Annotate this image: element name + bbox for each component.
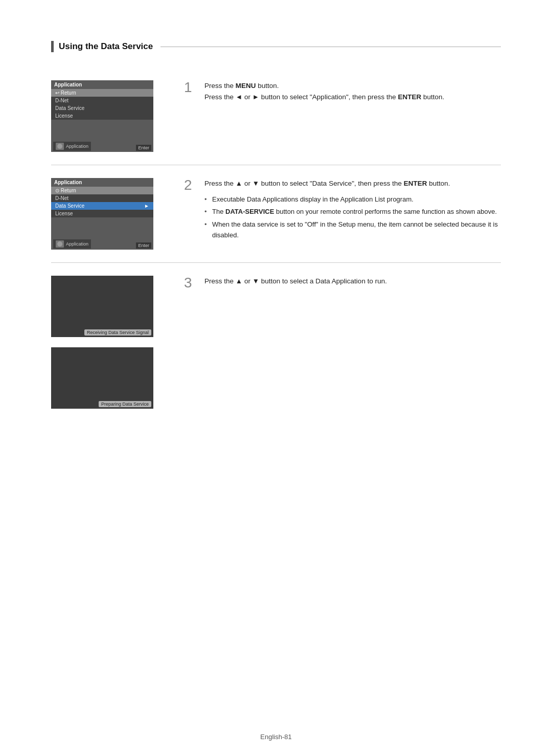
app-menu-2-footer: Application Enter <box>51 238 153 250</box>
step-1-number: 1 <box>184 80 194 95</box>
page-footer: English-81 <box>0 733 552 741</box>
data-service-bold: DATA-SERVICE <box>225 208 274 215</box>
step-3-number: 3 <box>184 276 194 290</box>
receiving-status: Receiving Data Service Signal <box>84 329 151 336</box>
dnet-label-2: D-Net <box>55 195 68 201</box>
license-label: License <box>55 113 73 119</box>
heading-line <box>160 47 501 47</box>
step-2-text: Press the ▲ or ▼ button to select "Data … <box>204 178 501 243</box>
section-title: Using the Data Service <box>59 41 153 52</box>
app-menu-1-header: Application <box>51 80 153 89</box>
step-2-bullets: Executable Data Applications display in … <box>204 194 501 241</box>
app-menu-1-item-dataservice: Data Service <box>51 104 153 112</box>
step-2-row: Application ⊙ Return D-Net Data Service … <box>51 165 501 263</box>
enter-label-2: Enter <box>136 242 151 249</box>
app-menu-2-item-license: License <box>51 210 153 217</box>
heading-bar <box>51 41 54 52</box>
app-menu-1: Application ↩ Return D-Net Data Service … <box>51 80 153 120</box>
app-menu-1-item-dnet: D-Net <box>51 97 153 104</box>
bullet-1: Executable Data Applications display in … <box>204 194 501 205</box>
step-1-content: 1 Press the MENU button. Press the ◄ or … <box>184 80 501 102</box>
app-menu-2-item-dnet: D-Net <box>51 194 153 202</box>
step-1-row: Application ↩ Return D-Net Data Service … <box>51 68 501 165</box>
enter-bold-1: ENTER <box>398 93 422 101</box>
step-3-row: Receiving Data Service Signal Preparing … <box>51 263 501 421</box>
step-3-screen-preparing: Preparing Data Service <box>51 347 153 409</box>
app-menu-2-item-return: ⊙ Return <box>51 187 153 194</box>
enter-label-1: Enter <box>136 145 151 151</box>
app-label-2: Application <box>66 241 88 247</box>
bullet-2: The DATA-SERVICE button on your remote c… <box>204 207 501 217</box>
bullet-3: When the data service is set to "Off" in… <box>204 219 501 241</box>
steps-area: Application ↩ Return D-Net Data Service … <box>51 68 501 421</box>
section-heading: Using the Data Service <box>51 41 501 52</box>
license-label-2: License <box>55 211 73 216</box>
app-icon-inner-1 <box>57 144 62 149</box>
step-3-text: Press the ▲ or ▼ button to select a Data… <box>204 276 387 287</box>
return-label-2: ⊙ Return <box>55 188 76 193</box>
step-2-number: 2 <box>184 178 194 192</box>
app-icon-inner-2 <box>57 241 62 247</box>
app-icon-row-2: Application <box>53 239 91 249</box>
app-menu-2: Application ⊙ Return D-Net Data Service … <box>51 178 153 217</box>
app-menu-2-item-dataservice: Data Service ► <box>51 202 153 210</box>
step-1-screen: Application ↩ Return D-Net Data Service … <box>51 80 153 152</box>
app-label-1: Application <box>66 144 88 149</box>
dataservice-label-2: Data Service <box>55 203 84 209</box>
step-2-screens: Application ⊙ Return D-Net Data Service … <box>51 178 164 250</box>
dataservice-arrow: ► <box>144 203 149 209</box>
step-2-content: 2 Press the ▲ or ▼ button to select "Dat… <box>184 178 501 243</box>
return-label: ↩ Return <box>55 90 76 96</box>
step-1-text: Press the MENU button. Press the ◄ or ► … <box>204 80 444 102</box>
step-3-screens: Receiving Data Service Signal Preparing … <box>51 276 164 409</box>
step-1-screens: Application ↩ Return D-Net Data Service … <box>51 80 164 152</box>
preparing-status: Preparing Data Service <box>99 401 151 407</box>
enter-bold-2: ENTER <box>404 180 427 187</box>
step-2-screen: Application ⊙ Return D-Net Data Service … <box>51 178 153 250</box>
app-icon-2 <box>56 240 64 248</box>
step-3-screen-receiving: Receiving Data Service Signal <box>51 276 153 337</box>
dnet-label: D-Net <box>55 98 68 103</box>
app-icon-1 <box>56 143 64 150</box>
app-menu-1-item-license: License <box>51 112 153 120</box>
app-menu-1-item-return: ↩ Return <box>51 89 153 97</box>
menu-bold: MENU <box>236 82 256 90</box>
dataservice-label: Data Service <box>55 105 84 111</box>
step-3-content: 3 Press the ▲ or ▼ button to select a Da… <box>184 276 501 290</box>
page-number: English-81 <box>260 733 291 741</box>
app-menu-1-footer: Application Enter <box>51 141 153 152</box>
app-menu-2-header: Application <box>51 178 153 187</box>
app-icon-row-1: Application <box>53 142 91 151</box>
